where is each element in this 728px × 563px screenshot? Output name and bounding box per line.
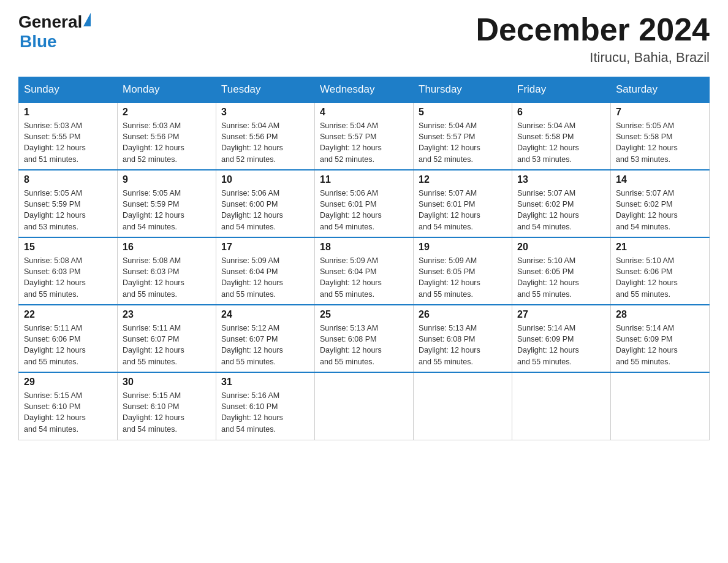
calendar-title: December 2024	[476, 12, 710, 47]
day-number: 25	[320, 309, 408, 320]
day-number: 16	[123, 242, 211, 253]
calendar-cell: 21Sunrise: 5:10 AMSunset: 6:06 PMDayligh…	[611, 237, 710, 305]
calendar-cell: 31Sunrise: 5:16 AMSunset: 6:10 PMDayligh…	[216, 372, 315, 440]
day-number: 31	[221, 377, 309, 388]
day-number: 15	[24, 242, 112, 253]
day-info: Sunrise: 5:10 AMSunset: 6:05 PMDaylight:…	[517, 255, 605, 300]
day-number: 22	[24, 309, 112, 320]
day-number: 10	[221, 174, 309, 185]
logo-triangle-icon	[83, 13, 91, 26]
calendar-cell: 22Sunrise: 5:11 AMSunset: 6:06 PMDayligh…	[19, 305, 118, 372]
calendar-cell: 27Sunrise: 5:14 AMSunset: 6:09 PMDayligh…	[512, 305, 611, 372]
page-header: General Blue December 2024 Itirucu, Bahi…	[18, 12, 710, 66]
day-info: Sunrise: 5:15 AMSunset: 6:10 PMDaylight:…	[123, 390, 211, 435]
day-number: 8	[24, 174, 112, 185]
calendar-cell	[414, 372, 512, 440]
day-info: Sunrise: 5:05 AMSunset: 5:59 PMDaylight:…	[123, 188, 211, 232]
day-info: Sunrise: 5:14 AMSunset: 6:09 PMDaylight:…	[517, 323, 605, 367]
calendar-cell: 28Sunrise: 5:14 AMSunset: 6:09 PMDayligh…	[611, 305, 710, 372]
calendar-table: SundayMondayTuesdayWednesdayThursdayFrid…	[18, 77, 710, 440]
day-number: 17	[221, 242, 309, 253]
day-number: 27	[517, 309, 605, 320]
day-info: Sunrise: 5:13 AMSunset: 6:08 PMDaylight:…	[419, 323, 507, 367]
day-number: 14	[616, 174, 704, 185]
day-number: 12	[419, 174, 507, 185]
weekday-header-saturday: Saturday	[611, 77, 710, 103]
day-info: Sunrise: 5:04 AMSunset: 5:56 PMDaylight:…	[221, 120, 309, 165]
week-row-1: 1Sunrise: 5:03 AMSunset: 5:55 PMDaylight…	[19, 102, 710, 170]
day-info: Sunrise: 5:07 AMSunset: 6:02 PMDaylight:…	[616, 188, 704, 232]
day-info: Sunrise: 5:04 AMSunset: 5:57 PMDaylight:…	[320, 120, 408, 165]
day-number: 2	[123, 107, 211, 118]
day-number: 9	[123, 174, 211, 185]
day-number: 11	[320, 174, 408, 185]
calendar-cell: 10Sunrise: 5:06 AMSunset: 6:00 PMDayligh…	[216, 170, 315, 237]
weekday-header-row: SundayMondayTuesdayWednesdayThursdayFrid…	[19, 77, 710, 103]
calendar-cell	[611, 372, 710, 440]
day-number: 29	[24, 377, 112, 388]
calendar-subtitle: Itirucu, Bahia, Brazil	[476, 50, 710, 66]
logo-blue-text: Blue	[20, 32, 57, 52]
day-number: 6	[517, 107, 605, 118]
calendar-cell: 25Sunrise: 5:13 AMSunset: 6:08 PMDayligh…	[315, 305, 414, 372]
day-info: Sunrise: 5:04 AMSunset: 5:57 PMDaylight:…	[419, 120, 507, 165]
weekday-header-monday: Monday	[118, 77, 216, 103]
logo-general-text: General	[18, 12, 82, 32]
day-info: Sunrise: 5:09 AMSunset: 6:04 PMDaylight:…	[221, 255, 309, 300]
logo: General Blue	[18, 12, 91, 52]
calendar-cell: 24Sunrise: 5:12 AMSunset: 6:07 PMDayligh…	[216, 305, 315, 372]
day-info: Sunrise: 5:05 AMSunset: 5:59 PMDaylight:…	[24, 188, 112, 232]
calendar-cell: 26Sunrise: 5:13 AMSunset: 6:08 PMDayligh…	[414, 305, 512, 372]
day-number: 21	[616, 242, 704, 253]
calendar-cell: 11Sunrise: 5:06 AMSunset: 6:01 PMDayligh…	[315, 170, 414, 237]
calendar-cell: 13Sunrise: 5:07 AMSunset: 6:02 PMDayligh…	[512, 170, 611, 237]
day-info: Sunrise: 5:09 AMSunset: 6:05 PMDaylight:…	[419, 255, 507, 300]
day-number: 28	[616, 309, 704, 320]
calendar-cell: 14Sunrise: 5:07 AMSunset: 6:02 PMDayligh…	[611, 170, 710, 237]
calendar-cell: 7Sunrise: 5:05 AMSunset: 5:58 PMDaylight…	[611, 102, 710, 170]
day-info: Sunrise: 5:12 AMSunset: 6:07 PMDaylight:…	[221, 323, 309, 367]
calendar-cell: 19Sunrise: 5:09 AMSunset: 6:05 PMDayligh…	[414, 237, 512, 305]
day-info: Sunrise: 5:07 AMSunset: 6:02 PMDaylight:…	[517, 188, 605, 232]
calendar-cell: 23Sunrise: 5:11 AMSunset: 6:07 PMDayligh…	[118, 305, 216, 372]
day-number: 20	[517, 242, 605, 253]
day-number: 5	[419, 107, 507, 118]
day-info: Sunrise: 5:04 AMSunset: 5:58 PMDaylight:…	[517, 120, 605, 165]
week-row-2: 8Sunrise: 5:05 AMSunset: 5:59 PMDaylight…	[19, 170, 710, 237]
calendar-cell: 5Sunrise: 5:04 AMSunset: 5:57 PMDaylight…	[414, 102, 512, 170]
day-number: 13	[517, 174, 605, 185]
calendar-cell: 29Sunrise: 5:15 AMSunset: 6:10 PMDayligh…	[19, 372, 118, 440]
calendar-cell: 12Sunrise: 5:07 AMSunset: 6:01 PMDayligh…	[414, 170, 512, 237]
day-number: 24	[221, 309, 309, 320]
day-number: 30	[123, 377, 211, 388]
weekday-header-sunday: Sunday	[19, 77, 118, 103]
calendar-cell: 20Sunrise: 5:10 AMSunset: 6:05 PMDayligh…	[512, 237, 611, 305]
day-number: 26	[419, 309, 507, 320]
calendar-cell: 30Sunrise: 5:15 AMSunset: 6:10 PMDayligh…	[118, 372, 216, 440]
day-info: Sunrise: 5:14 AMSunset: 6:09 PMDaylight:…	[616, 323, 704, 367]
week-row-5: 29Sunrise: 5:15 AMSunset: 6:10 PMDayligh…	[19, 372, 710, 440]
day-info: Sunrise: 5:09 AMSunset: 6:04 PMDaylight:…	[320, 255, 408, 300]
day-number: 23	[123, 309, 211, 320]
weekday-header-friday: Friday	[512, 77, 611, 103]
calendar-cell: 1Sunrise: 5:03 AMSunset: 5:55 PMDaylight…	[19, 102, 118, 170]
calendar-cell: 2Sunrise: 5:03 AMSunset: 5:56 PMDaylight…	[118, 102, 216, 170]
day-info: Sunrise: 5:03 AMSunset: 5:55 PMDaylight:…	[24, 120, 112, 165]
day-number: 19	[419, 242, 507, 253]
weekday-header-wednesday: Wednesday	[315, 77, 414, 103]
weekday-header-tuesday: Tuesday	[216, 77, 315, 103]
weekday-header-thursday: Thursday	[414, 77, 512, 103]
day-info: Sunrise: 5:06 AMSunset: 6:00 PMDaylight:…	[221, 188, 309, 232]
calendar-cell: 16Sunrise: 5:08 AMSunset: 6:03 PMDayligh…	[118, 237, 216, 305]
calendar-cell: 9Sunrise: 5:05 AMSunset: 5:59 PMDaylight…	[118, 170, 216, 237]
day-number: 3	[221, 107, 309, 118]
title-area: December 2024 Itirucu, Bahia, Brazil	[476, 12, 710, 66]
day-number: 18	[320, 242, 408, 253]
day-info: Sunrise: 5:08 AMSunset: 6:03 PMDaylight:…	[24, 255, 112, 300]
day-number: 4	[320, 107, 408, 118]
day-info: Sunrise: 5:10 AMSunset: 6:06 PMDaylight:…	[616, 255, 704, 300]
day-info: Sunrise: 5:16 AMSunset: 6:10 PMDaylight:…	[221, 390, 309, 435]
calendar-cell: 18Sunrise: 5:09 AMSunset: 6:04 PMDayligh…	[315, 237, 414, 305]
calendar-cell: 8Sunrise: 5:05 AMSunset: 5:59 PMDaylight…	[19, 170, 118, 237]
day-info: Sunrise: 5:06 AMSunset: 6:01 PMDaylight:…	[320, 188, 408, 232]
